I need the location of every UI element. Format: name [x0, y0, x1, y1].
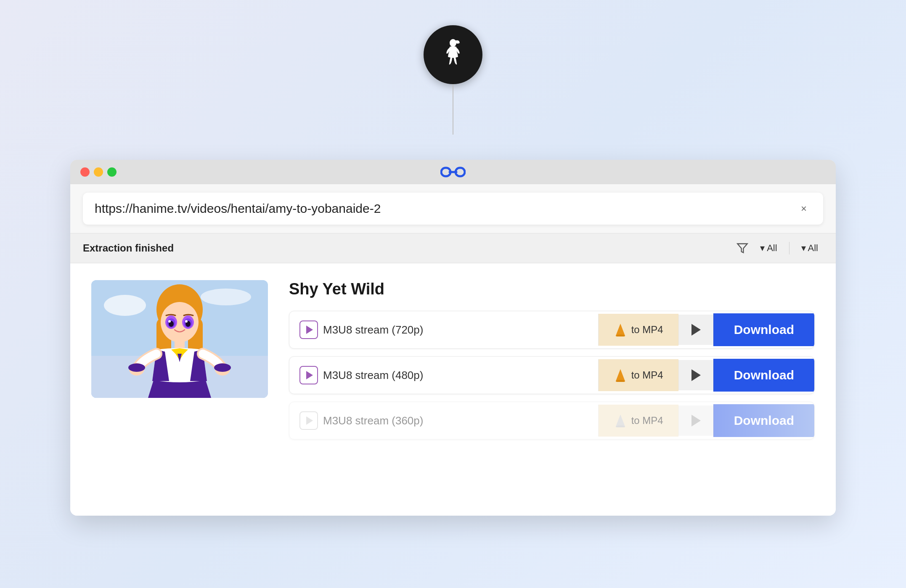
stream-info-0: M3U8 stream (720p) — [289, 311, 598, 348]
download-row-row-480p: M3U8 stream (480p) to MP4 Download — [289, 356, 815, 394]
close-button[interactable] — [80, 167, 90, 177]
connector-line — [453, 84, 453, 135]
chain-icon — [440, 164, 466, 180]
video-thumbnail — [91, 280, 268, 398]
vlc-cone-icon-0 — [614, 323, 627, 336]
download-btn-label-2: Download — [734, 413, 794, 427]
main-window: https://hanime.tv/videos/hentai/amy-to-y… — [70, 160, 836, 516]
url-input-wrapper[interactable]: https://hanime.tv/videos/hentai/amy-to-y… — [83, 193, 823, 225]
svg-point-17 — [168, 320, 171, 323]
play-triangle-1 — [306, 371, 313, 379]
download-row-row-720p: M3U8 stream (720p) to MP4 Download — [289, 311, 815, 349]
stream-label-0: M3U8 stream (720p) — [323, 323, 423, 336]
download-button-2[interactable]: Download — [713, 404, 814, 437]
preview-button-2[interactable] — [678, 405, 713, 436]
vlc-label-2: to MP4 — [631, 415, 663, 426]
play-triangle-0 — [306, 326, 313, 334]
app-icon-svg — [436, 38, 470, 72]
filter-icon — [736, 242, 748, 254]
preview-button-0[interactable] — [678, 315, 713, 345]
maximize-button[interactable] — [107, 167, 117, 177]
preview-triangle-2 — [691, 415, 701, 426]
stream-info-2: M3U8 stream (360p) — [289, 402, 598, 439]
play-icon-box-1 — [299, 366, 318, 384]
vlc-button-2[interactable]: to MP4 — [598, 405, 678, 437]
preview-triangle-0 — [691, 324, 701, 336]
content-area: Shy Yet Wild M3U8 stream (720p) to MP4 D… — [70, 263, 836, 516]
download-btn-label-0: Download — [734, 323, 794, 336]
download-rows-container: M3U8 stream (720p) to MP4 Download M3U8 … — [289, 311, 815, 440]
thumbnail-illustration — [91, 280, 268, 398]
app-icon-section — [424, 25, 482, 135]
svg-point-21 — [185, 320, 188, 323]
svg-point-0 — [450, 39, 456, 47]
vlc-button-1[interactable]: to MP4 — [598, 359, 678, 391]
filter-area: ▾ All ▾ All — [736, 240, 823, 256]
url-section: https://hanime.tv/videos/hentai/amy-to-y… — [70, 184, 836, 233]
preview-button-1[interactable] — [678, 360, 713, 390]
svg-marker-33 — [615, 415, 625, 427]
app-icon — [424, 25, 482, 84]
download-row-row-360p: M3U8 stream (360p) to MP4 Download — [289, 402, 815, 440]
download-button-0[interactable]: Download — [713, 313, 814, 346]
stream-label-2: M3U8 stream (360p) — [323, 414, 423, 427]
clear-button[interactable]: × — [796, 201, 811, 216]
svg-point-25 — [128, 363, 145, 372]
video-info: Shy Yet Wild M3U8 stream (720p) to MP4 D… — [289, 280, 815, 447]
status-text: Extraction finished — [83, 242, 174, 254]
download-button-1[interactable]: Download — [713, 359, 814, 392]
video-section: Shy Yet Wild M3U8 stream (720p) to MP4 D… — [91, 280, 815, 447]
filter-dropdown-2[interactable]: ▾ All — [796, 240, 823, 256]
stream-label-1: M3U8 stream (480p) — [323, 369, 423, 382]
play-icon-box-2 — [299, 411, 318, 430]
thumbnail-placeholder — [91, 280, 268, 398]
status-bar: Extraction finished ▾ All ▾ All — [70, 233, 836, 263]
video-title: Shy Yet Wild — [289, 280, 815, 298]
vlc-cone-icon-1 — [614, 368, 627, 382]
vlc-button-0[interactable]: to MP4 — [598, 314, 678, 346]
play-icon-box-0 — [299, 320, 318, 339]
preview-triangle-1 — [691, 369, 701, 381]
svg-point-7 — [104, 295, 146, 316]
title-bar — [70, 160, 836, 184]
link-icon-svg — [440, 164, 466, 180]
svg-marker-4 — [738, 244, 747, 253]
filter-divider — [789, 242, 789, 254]
svg-marker-27 — [615, 324, 625, 336]
url-display: https://hanime.tv/videos/hentai/amy-to-y… — [95, 201, 381, 216]
vlc-cone-icon-2 — [614, 414, 627, 427]
vlc-label-1: to MP4 — [631, 369, 663, 381]
svg-marker-30 — [615, 369, 625, 381]
stream-info-1: M3U8 stream (480p) — [289, 357, 598, 394]
svg-point-26 — [214, 363, 231, 372]
filter-dropdown-1[interactable]: ▾ All — [755, 240, 782, 256]
vlc-label-0: to MP4 — [631, 324, 663, 336]
minimize-button[interactable] — [94, 167, 103, 177]
download-btn-label-1: Download — [734, 368, 794, 382]
svg-point-8 — [201, 289, 251, 305]
